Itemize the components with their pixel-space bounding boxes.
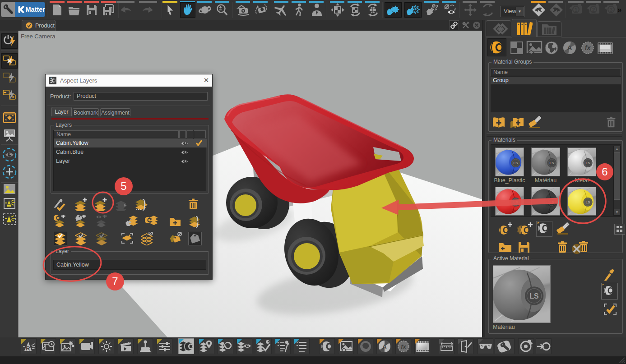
svg-text:R: R [26, 345, 30, 352]
svg-text:2: 2 [592, 7, 595, 13]
svg-text:LS: LS [529, 292, 538, 300]
svg-text:A: A [382, 343, 387, 350]
svg-text:LS: LS [514, 200, 518, 204]
svg-text:LS: LS [550, 200, 554, 204]
svg-text:A: A [567, 44, 572, 51]
svg-text:LS: LS [550, 161, 554, 165]
svg-text:fx: fx [401, 343, 406, 350]
svg-text:fx: fx [585, 44, 591, 51]
svg-text:1: 1 [575, 7, 578, 13]
svg-text:LS: LS [514, 161, 518, 165]
svg-text:LS: LS [586, 200, 590, 204]
svg-text:3: 3 [610, 7, 613, 13]
svg-text:LS: LS [586, 161, 590, 165]
